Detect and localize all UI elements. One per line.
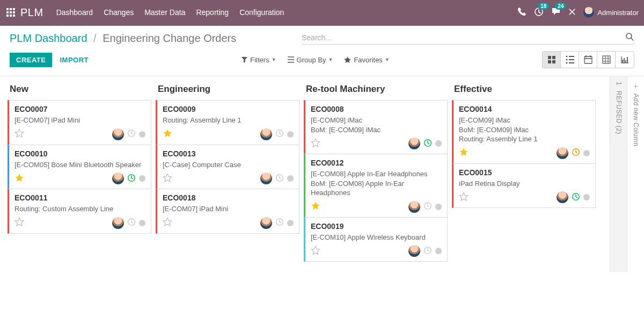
star-toggle[interactable] bbox=[163, 173, 172, 184]
favorites-dropdown[interactable]: Favorites ▼ bbox=[343, 56, 389, 64]
view-kanban[interactable] bbox=[543, 52, 561, 68]
card-line: Routing: Assembly Line 1 bbox=[459, 134, 590, 144]
import-button[interactable]: IMPORT bbox=[60, 56, 89, 64]
kanban-card[interactable]: ECO0012 [E-COM08] Apple In-Ear Headphone… bbox=[304, 154, 448, 218]
star-toggle[interactable] bbox=[311, 138, 320, 149]
column-title[interactable]: Engineering bbox=[156, 84, 299, 100]
activity-clock-icon[interactable] bbox=[423, 246, 432, 256]
close-icon[interactable] bbox=[568, 8, 576, 17]
activities-icon[interactable]: 18 bbox=[534, 7, 544, 18]
kanban-card[interactable]: ECO0011 Routing: Custom Assembly Line bbox=[8, 189, 151, 234]
search-input[interactable] bbox=[302, 33, 625, 42]
column-title[interactable]: Re-tool Machinery bbox=[304, 84, 448, 100]
view-list[interactable] bbox=[561, 52, 579, 68]
kanban-card[interactable]: ECO0010 [E-COM05] Bose Mini Bluetooth Sp… bbox=[8, 145, 151, 190]
kanban-column: Effective ECO0014 [E-COM09] iMacBoM: [E-… bbox=[452, 84, 596, 207]
assignee-avatar[interactable] bbox=[408, 245, 420, 257]
state-dot[interactable] bbox=[287, 175, 294, 182]
state-dot[interactable] bbox=[435, 248, 442, 254]
activity-clock-icon[interactable] bbox=[572, 192, 580, 203]
kanban-card[interactable]: ECO0007 [E-COM07] iPad Mini bbox=[8, 100, 151, 145]
kanban-card[interactable]: ECO0013 [C-Case] Computer Case bbox=[156, 145, 299, 190]
activity-clock-icon[interactable] bbox=[275, 129, 284, 139]
activity-clock-icon[interactable] bbox=[423, 202, 432, 212]
star-toggle[interactable] bbox=[459, 192, 469, 203]
activity-clock-icon[interactable] bbox=[275, 174, 284, 184]
star-toggle[interactable] bbox=[311, 201, 320, 212]
card-footer bbox=[311, 138, 442, 149]
kanban-card[interactable]: ECO0014 [E-COM09] iMacBoM: [E-COM09] iMa… bbox=[452, 100, 596, 164]
kanban-card[interactable]: ECO0015 iPad Retina Display bbox=[452, 163, 596, 209]
star-toggle[interactable] bbox=[459, 147, 469, 159]
filters-dropdown[interactable]: Filters ▼ bbox=[241, 56, 276, 64]
search-wrap bbox=[302, 32, 634, 45]
state-dot[interactable] bbox=[139, 131, 145, 138]
view-calendar[interactable] bbox=[579, 52, 597, 68]
kanban-board: New ECO0007 [E-COM07] iPad Mini ECO0010 … bbox=[0, 76, 610, 272]
star-toggle[interactable] bbox=[14, 173, 24, 184]
breadcrumb-root[interactable]: PLM Dashboard bbox=[10, 32, 87, 44]
star-toggle[interactable] bbox=[14, 217, 24, 228]
assignee-avatar[interactable] bbox=[112, 217, 124, 229]
activity-clock-icon[interactable] bbox=[127, 218, 136, 228]
assignee-avatar[interactable] bbox=[260, 128, 272, 140]
activity-clock-icon[interactable] bbox=[572, 148, 580, 158]
kanban-card[interactable]: ECO0019 [E-COM10] Apple Wireless Keyboar… bbox=[304, 217, 448, 262]
assignee-avatar[interactable] bbox=[408, 201, 420, 213]
phone-icon[interactable] bbox=[517, 7, 526, 18]
state-dot[interactable] bbox=[139, 175, 145, 182]
activity-clock-icon[interactable] bbox=[423, 139, 432, 149]
state-dot[interactable] bbox=[139, 220, 145, 226]
add-column-label: Add new Column bbox=[632, 94, 640, 146]
groupby-dropdown[interactable]: Group By ▼ bbox=[287, 56, 333, 64]
user-menu[interactable]: Administrator bbox=[583, 7, 639, 18]
nav-reporting[interactable]: Reporting bbox=[196, 8, 229, 17]
state-dot[interactable] bbox=[435, 204, 442, 210]
assignee-avatar[interactable] bbox=[112, 173, 124, 184]
state-dot[interactable] bbox=[287, 131, 294, 138]
assignee-avatar[interactable] bbox=[408, 138, 420, 149]
card-code: ECO0011 bbox=[14, 193, 145, 202]
app-brand[interactable]: PLM bbox=[20, 6, 43, 19]
nav-master-data[interactable]: Master Data bbox=[144, 8, 185, 17]
view-graph[interactable] bbox=[616, 52, 634, 68]
kanban-card[interactable]: ECO0008 [E-COM09] iMacBoM: [E-COM09] iMa… bbox=[304, 100, 448, 154]
star-toggle[interactable] bbox=[163, 128, 172, 140]
kanban-card[interactable]: ECO0018 [E-COM07] iPad Mini bbox=[156, 189, 299, 234]
card-footer bbox=[14, 173, 145, 184]
column-title[interactable]: Effective bbox=[452, 84, 596, 100]
refused-count: 1 bbox=[615, 82, 623, 85]
state-dot[interactable] bbox=[435, 140, 442, 147]
kanban-card[interactable]: ECO0009 Routing: Assembly Line 1 bbox=[156, 100, 299, 145]
card-line: [E-COM08] Apple In-Ear Headphones bbox=[311, 169, 442, 179]
apps-icon[interactable] bbox=[3, 5, 19, 20]
create-button[interactable]: CREATE bbox=[10, 53, 52, 67]
nav-dashboard[interactable]: Dashboard bbox=[56, 8, 93, 17]
star-toggle[interactable] bbox=[311, 246, 320, 257]
view-pivot[interactable] bbox=[597, 52, 616, 68]
card-footer bbox=[163, 217, 294, 229]
state-dot[interactable] bbox=[287, 220, 294, 226]
activity-clock-icon[interactable] bbox=[275, 218, 284, 228]
refused-column-collapsed[interactable]: 1 REFUSED (2) bbox=[610, 76, 627, 272]
column-title[interactable]: New bbox=[8, 84, 151, 100]
nav-configuration[interactable]: Configuration bbox=[239, 8, 284, 17]
assignee-avatar[interactable] bbox=[557, 191, 568, 203]
card-footer bbox=[14, 128, 145, 140]
star-toggle[interactable] bbox=[163, 217, 172, 228]
assignee-avatar[interactable] bbox=[557, 147, 568, 159]
assignee-avatar[interactable] bbox=[260, 173, 272, 184]
nav-changes[interactable]: Changes bbox=[104, 8, 134, 17]
assignee-avatar[interactable] bbox=[112, 128, 124, 140]
activity-clock-icon[interactable] bbox=[127, 174, 136, 184]
star-toggle[interactable] bbox=[14, 128, 24, 140]
search-icon[interactable] bbox=[625, 32, 634, 43]
add-column[interactable]: + Add new Column bbox=[627, 76, 644, 272]
discuss-badge: 24 bbox=[555, 3, 566, 10]
activity-clock-icon[interactable] bbox=[127, 129, 136, 139]
state-dot[interactable] bbox=[583, 194, 590, 200]
state-dot[interactable] bbox=[583, 150, 590, 156]
card-footer bbox=[311, 201, 442, 213]
discuss-icon[interactable]: 24 bbox=[551, 7, 561, 18]
assignee-avatar[interactable] bbox=[260, 217, 272, 229]
